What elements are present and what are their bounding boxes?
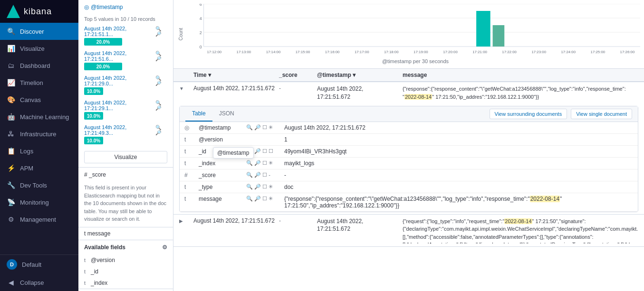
exp-row-message: t message 🔍 🔎 ☐ ✳ {"response":{"response… (180, 193, 638, 211)
sidebar-bottom: D Default ◀ Collapse (0, 254, 78, 291)
sidebar-item-label: Monitoring (20, 199, 49, 206)
field-name-version: @version (91, 257, 115, 263)
svg-text:2: 2 (200, 30, 202, 35)
exp-row-version: t @version 1 (180, 133, 638, 145)
exp-value-message: {"response":{"response_content":"\"getWe… (279, 193, 638, 211)
svg-text:17:25:00: 17:25:00 (591, 50, 606, 54)
field-name-index: _index (91, 280, 107, 286)
exp-icons-score[interactable]: 🔍 🔎 ☐ - (241, 169, 279, 181)
row-message-1: {"request":{"log_type":"info","request_t… (403, 217, 638, 244)
available-fields-header: Available fields ⚙ (78, 240, 173, 254)
sidebar-item-machine-learning[interactable]: 🤖 Machine Learning (0, 108, 78, 125)
chart-svg-container: 6 4 2 0 17:12:00 17:13:00 17:14:00 17:15… (191, 4, 640, 68)
svg-text:17:24:00: 17:24:00 (561, 50, 576, 54)
available-fields-label: Available fields (84, 244, 125, 251)
exp-icons-version[interactable] (241, 133, 279, 145)
username-label: Default (22, 261, 41, 268)
clock-icon: ◎ (84, 4, 89, 10)
sidebar-item-label: Discover (20, 28, 44, 35)
ts-text-2: August 14th 2022, 17:21:29.0... (84, 75, 154, 86)
ts-entry-1[interactable]: August 14th 2022, 17:21:51.6... 🔍 🔎 20.0… (78, 48, 173, 73)
sidebar-user[interactable]: D Default (0, 255, 78, 274)
sidebar-item-label: Dashboard (20, 62, 50, 69)
collapse-icon: ◀ (7, 278, 15, 287)
row-message-0: {"response":{"response_content":"\"getWe… (403, 85, 638, 101)
svg-text:6: 6 (200, 4, 202, 7)
ts-entry-2[interactable]: August 14th 2022, 17:21:29.0... 🔍 🔎 10.0… (78, 73, 173, 98)
sidebar-item-label: Machine Learning (20, 113, 69, 121)
expand-icon-0[interactable]: ▼ (179, 85, 193, 91)
exp-icons-index[interactable]: 🔍 🔎 ☐ ✳ (241, 157, 279, 169)
management-icon: ⚙ (7, 215, 15, 224)
sidebar-item-visualize[interactable]: 📊 Visualize (0, 40, 78, 57)
sidebar-item-label: Timelion (20, 79, 43, 86)
header-expand (179, 72, 193, 78)
gear-icon[interactable]: ⚙ (162, 244, 167, 251)
exp-row-timestamp: ◎ @timestamp 🔍 🔎 ☐ ✳ August 14th 2022, 1… (180, 122, 638, 134)
field-type-version: t (84, 257, 89, 263)
ts-entry-0[interactable]: August 14th 2022, 17:21:51.1... 🔍 🔎 20.0… (78, 24, 173, 48)
sidebar-item-timelion[interactable]: 📈 Timelion (0, 74, 78, 91)
sidebar-item-devtools[interactable]: 🔧 Dev Tools (0, 177, 78, 194)
sidebar-item-label: Logs (20, 148, 33, 155)
svg-text:17:20:00: 17:20:00 (443, 50, 458, 54)
sidebar-item-canvas[interactable]: 🎨 Canvas (0, 91, 78, 108)
logs-icon: 📋 (7, 147, 15, 155)
exp-icons-type[interactable]: 🔍 🔎 ☐ ✳ (241, 181, 279, 193)
sidebar-item-label: APM (20, 165, 33, 172)
avatar: D (7, 259, 17, 270)
ts-icons-2[interactable]: 🔍 🔎 (155, 75, 167, 86)
svg-text:17:23:00: 17:23:00 (531, 50, 546, 54)
exp-name-type: _type (194, 181, 241, 193)
message-field: t message (78, 227, 173, 240)
field-item-index[interactable]: t _index (78, 277, 173, 289)
svg-text:4: 4 (200, 16, 202, 21)
ts-icons-0[interactable]: 🔍 🔎 (155, 26, 167, 37)
header-timestamp[interactable]: @timestamp ▾ (317, 72, 403, 78)
header-time[interactable]: Time ▾ (193, 72, 279, 78)
exp-type-version: t (180, 133, 194, 145)
sidebar-item-label: Management (20, 216, 56, 223)
row-timestamp-1: August 14th 2022,17:21:51.672 (317, 217, 403, 234)
sidebar-item-infrastructure[interactable]: 🖧 Infrastructure (0, 125, 78, 142)
sidebar-item-logs[interactable]: 📋 Logs (0, 142, 78, 160)
sidebar-item-apm[interactable]: ⚡ APM (0, 160, 78, 177)
table-row-1: ▶ August 14th 2022, 17:21:51.672 - Augus… (173, 215, 644, 247)
expanded-table: ◎ @timestamp 🔍 🔎 ☐ ✳ August 14th 2022, 1… (180, 122, 638, 212)
exp-value-timestamp: August 14th 2022, 17:21:51.672 (279, 122, 638, 134)
svg-text:17:18:00: 17:18:00 (384, 50, 399, 54)
svg-text:17:12:00: 17:12:00 (207, 50, 221, 54)
field-item-version[interactable]: t @version (78, 254, 173, 266)
view-single-btn[interactable]: View single document (571, 109, 632, 119)
field-item-id[interactable]: t _id (78, 266, 173, 277)
ts-icons-1[interactable]: 🔍 🔎 (155, 51, 167, 61)
ts-icons-3[interactable]: 🔍 🔎 (155, 100, 167, 111)
expand-icon-1[interactable]: ▶ (179, 217, 193, 224)
score-field-header: # _score (78, 167, 173, 182)
collapse-button[interactable]: ◀ Collapse (0, 274, 78, 291)
view-surrounding-btn[interactable]: View surrounding documents (490, 109, 567, 119)
visualize-icon: 📊 (7, 44, 15, 53)
exp-name-message: message (194, 193, 241, 211)
sidebar-item-monitoring[interactable]: 📡 Monitoring (0, 194, 78, 211)
sidebar-item-label: Dev Tools (20, 182, 47, 189)
sidebar-item-discover[interactable]: 🔍 Discover (0, 23, 78, 40)
ml-icon: 🤖 (7, 113, 15, 121)
x-axis-label: @timestamp per 30 seconds (191, 58, 640, 64)
canvas-icon: 🎨 (7, 95, 15, 104)
sidebar-item-dashboard[interactable]: 🗂 Dashboard (0, 57, 78, 74)
ts-icons-4[interactable]: 🔍 🔎 (155, 125, 167, 135)
tab-json[interactable]: JSON (212, 106, 241, 122)
ts-entry-3[interactable]: August 14th 2022, 17:21:29.1... 🔍 🔎 10.0… (78, 98, 173, 122)
visualize-button[interactable]: Visualize (84, 151, 167, 163)
exp-type-message: t (180, 193, 194, 211)
ts-entry-4[interactable]: August 14th 2022, 17:21:49.3... 🔍 🔎 10.0… (78, 122, 173, 147)
timestamp-label: @timestamp (91, 4, 123, 10)
exp-icons-message[interactable]: 🔍 🔎 ☐ ✳ (241, 193, 279, 211)
exp-icons-timestamp[interactable]: 🔍 🔎 ☐ ✳ (241, 122, 279, 134)
tab-table[interactable]: Table (185, 106, 212, 122)
score-label: # _score (84, 171, 106, 178)
sidebar-item-management[interactable]: ⚙ Management (0, 211, 78, 228)
apm-icon: ⚡ (7, 164, 15, 172)
sidebar-item-label: Canvas (20, 96, 41, 103)
